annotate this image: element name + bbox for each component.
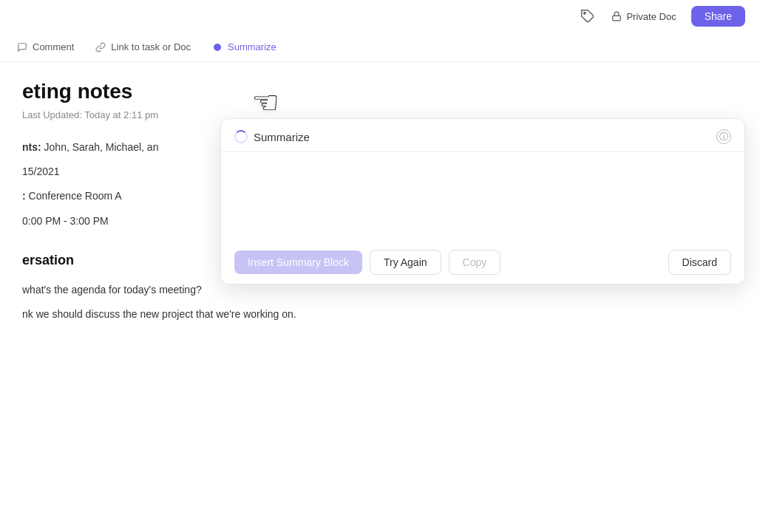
modal-body [221, 152, 744, 241]
tab-comment[interactable]: Comment [15, 38, 75, 56]
insert-summary-button[interactable]: Insert Summary Block [234, 250, 362, 274]
modal-title-row: Summarize [234, 130, 310, 143]
modal-footer: Insert Summary Block Try Again Copy Disc… [221, 241, 744, 284]
tag-icon[interactable] [579, 7, 597, 25]
discard-button[interactable]: Discard [668, 250, 731, 275]
svg-rect-1 [613, 16, 621, 20]
doc-title: eting notes [22, 80, 738, 103]
tab-link[interactable]: Link to task or Doc [93, 38, 192, 56]
info-icon[interactable]: ⓘ [716, 129, 731, 144]
share-button[interactable]: Share [691, 6, 745, 27]
copy-button[interactable]: Copy [449, 250, 501, 275]
tab-bar: Comment Link to task or Doc Summarize [0, 33, 760, 62]
tab-summarize-label: Summarize [228, 41, 276, 52]
summarize-dot-icon [211, 41, 223, 53]
tab-comment-label: Comment [33, 41, 74, 52]
comment-icon [16, 41, 28, 53]
tab-summarize[interactable]: Summarize [210, 38, 278, 56]
link-icon [95, 41, 106, 53]
tab-link-label: Link to task or Doc [111, 41, 191, 52]
conversation-line-2: nk we should discuss the new project tha… [22, 305, 738, 324]
loading-spinner [234, 130, 248, 143]
modal-header: Summarize ⓘ [221, 119, 744, 152]
modal-title: Summarize [254, 131, 310, 143]
private-doc-label: Private Doc [626, 11, 676, 22]
try-again-button[interactable]: Try Again [370, 250, 441, 275]
private-doc-button[interactable]: Private Doc [605, 8, 682, 25]
svg-point-0 [584, 13, 586, 15]
summarize-modal: Summarize ⓘ Insert Summary Block Try Aga… [220, 118, 745, 284]
top-bar: Private Doc Share [0, 0, 760, 33]
